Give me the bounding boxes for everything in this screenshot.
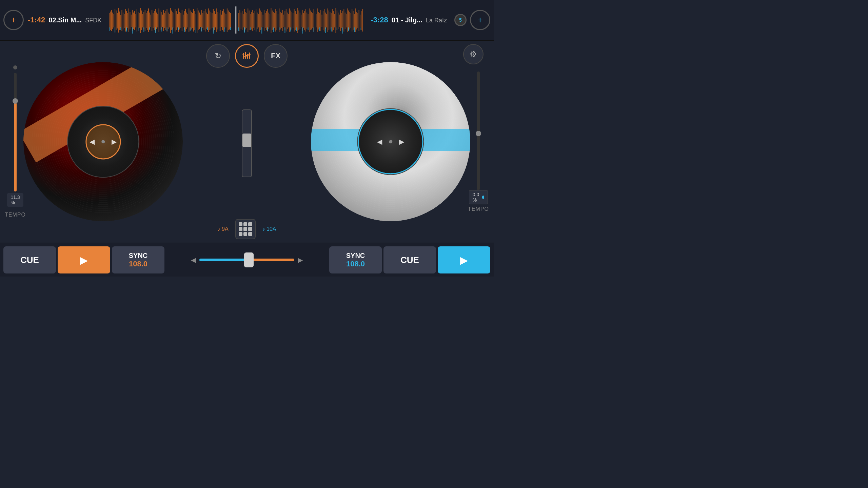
svg-rect-39 xyxy=(154,11,155,30)
svg-rect-55 xyxy=(173,12,173,29)
svg-rect-78 xyxy=(199,13,200,29)
svg-rect-44 xyxy=(160,11,160,30)
svg-rect-61 xyxy=(179,12,180,29)
add-right-button[interactable]: + xyxy=(470,10,490,30)
add-left-button[interactable]: + xyxy=(3,10,24,30)
play-button-right[interactable]: ▶ xyxy=(438,246,490,273)
svg-rect-177 xyxy=(295,11,296,30)
crossfader-track[interactable] xyxy=(199,259,294,261)
pitch-thumb[interactable] xyxy=(242,134,251,147)
svg-rect-59 xyxy=(177,14,178,27)
svg-rect-109 xyxy=(126,27,127,32)
tempo-thumb-right[interactable] xyxy=(476,131,481,136)
crossfader-left-arrow[interactable]: ◀ xyxy=(191,256,196,264)
svg-rect-3 xyxy=(112,13,113,29)
next-icon-right[interactable]: ▶ xyxy=(399,138,404,146)
playhead-indicator: 5 xyxy=(454,14,467,26)
svg-rect-161 xyxy=(277,11,277,30)
svg-rect-136 xyxy=(248,8,248,32)
svg-rect-37 xyxy=(152,10,152,31)
svg-rect-79 xyxy=(200,15,201,27)
svg-rect-235 xyxy=(362,9,363,32)
svg-rect-97 xyxy=(221,15,222,27)
svg-rect-180 xyxy=(298,11,299,30)
svg-rect-124 xyxy=(213,27,214,34)
reload-button[interactable]: ↻ xyxy=(206,44,230,68)
svg-rect-115 xyxy=(161,27,162,32)
svg-rect-24 xyxy=(137,9,137,32)
svg-rect-139 xyxy=(251,12,252,29)
mixer-button[interactable] xyxy=(235,44,259,68)
svg-rect-29 xyxy=(142,14,143,27)
svg-rect-151 xyxy=(265,13,266,28)
svg-rect-166 xyxy=(282,10,283,31)
svg-rect-131 xyxy=(242,11,242,30)
svg-rect-257 xyxy=(360,27,360,30)
svg-rect-27 xyxy=(140,8,141,33)
svg-rect-7 xyxy=(117,13,118,28)
deck-left: 11.3 % TEMPO ◀ ▶ xyxy=(0,41,206,243)
cue-button-left[interactable]: CUE xyxy=(3,246,56,273)
svg-rect-121 xyxy=(196,27,196,33)
svg-rect-41 xyxy=(156,13,157,29)
tempo-thumb-left[interactable] xyxy=(13,98,18,104)
tempo-slider-left[interactable]: 11.3 % TEMPO xyxy=(10,41,20,243)
svg-rect-187 xyxy=(307,13,307,29)
svg-rect-209 xyxy=(332,9,333,32)
svg-rect-45 xyxy=(161,12,162,29)
svg-rect-201 xyxy=(323,11,323,30)
crossfader-right-arrow[interactable]: ▶ xyxy=(298,256,303,264)
svg-rect-172 xyxy=(289,8,290,32)
svg-rect-22 xyxy=(134,11,135,30)
svg-rect-23 xyxy=(136,14,136,27)
svg-rect-137 xyxy=(249,11,250,30)
cue-button-right[interactable]: CUE xyxy=(383,246,436,273)
svg-rect-262 xyxy=(249,53,250,59)
crossfader-thumb[interactable] xyxy=(244,252,254,267)
turntable-right[interactable]: ◀ ▶ xyxy=(311,62,470,221)
svg-rect-12 xyxy=(123,13,123,29)
svg-rect-227 xyxy=(353,11,354,30)
svg-rect-223 xyxy=(348,11,349,30)
turntable-left[interactable]: ◀ ▶ xyxy=(23,62,183,221)
sync-bpm-left: 108.0 xyxy=(129,260,147,268)
svg-rect-111 xyxy=(138,27,138,31)
svg-rect-211 xyxy=(334,14,335,27)
svg-rect-71 xyxy=(191,12,192,29)
play-button-left[interactable]: ▶ xyxy=(58,246,110,273)
svg-rect-256 xyxy=(354,27,355,32)
sync-button-right[interactable]: SYNC 108.0 xyxy=(329,246,382,273)
tempo-slider-right[interactable]: 0.0 % TEMPO xyxy=(473,41,484,243)
svg-rect-128 xyxy=(238,13,239,28)
svg-rect-63 xyxy=(182,10,182,31)
sync-button-left[interactable]: SYNC 108.0 xyxy=(112,246,164,273)
svg-rect-81 xyxy=(202,13,203,28)
svg-rect-157 xyxy=(272,11,273,30)
svg-rect-222 xyxy=(347,8,348,32)
svg-rect-127 xyxy=(230,27,231,30)
tempo-track-left[interactable] xyxy=(14,73,17,191)
fx-button[interactable]: FX xyxy=(264,44,288,68)
deck-right: ◀ ▶ 0.0 % TEMPO xyxy=(288,41,494,243)
waveform-display[interactable] xyxy=(109,6,363,34)
svg-rect-192 xyxy=(312,13,313,28)
svg-rect-11 xyxy=(122,10,122,31)
tempo-track-right[interactable] xyxy=(477,72,480,190)
track-right-time: -3:28 xyxy=(371,16,388,24)
svg-rect-205 xyxy=(328,8,328,32)
svg-rect-233 xyxy=(360,15,360,27)
svg-rect-82 xyxy=(204,11,204,30)
prev-icon-left[interactable]: ◀ xyxy=(90,138,95,146)
svg-rect-118 xyxy=(178,27,179,30)
svg-rect-30 xyxy=(143,12,144,29)
pitch-fader[interactable] xyxy=(242,109,252,177)
svg-rect-247 xyxy=(302,27,303,34)
next-icon-left[interactable]: ▶ xyxy=(112,138,117,146)
svg-rect-253 xyxy=(337,27,337,30)
svg-rect-89 xyxy=(212,13,213,28)
grid-button[interactable] xyxy=(235,219,256,239)
svg-rect-243 xyxy=(279,27,279,30)
prev-icon-right[interactable]: ◀ xyxy=(377,138,382,146)
svg-rect-194 xyxy=(315,11,315,30)
svg-rect-68 xyxy=(188,14,188,27)
